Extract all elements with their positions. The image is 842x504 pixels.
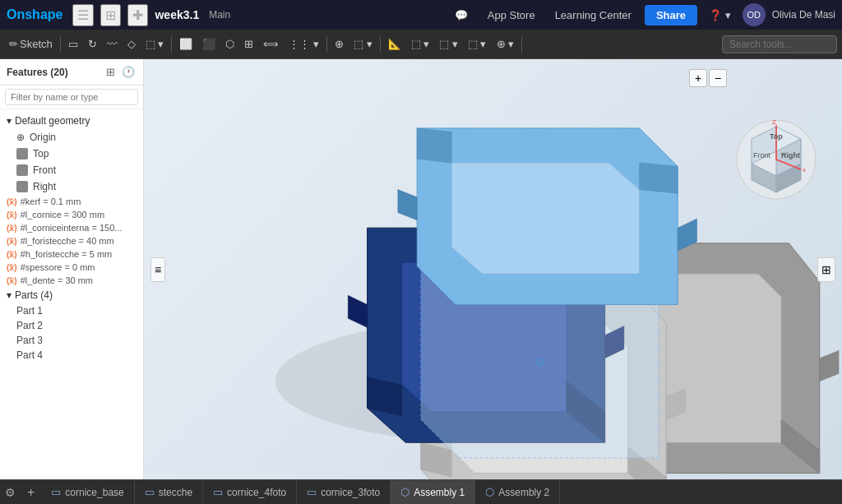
right-plane-icon [16, 181, 28, 192]
app-store-button[interactable]: App Store [481, 6, 542, 25]
view-button[interactable]: ⬚ ▾ [464, 35, 491, 53]
param-spessore[interactable]: (x̄) #spessore = 0 mm [0, 261, 143, 274]
svg-text:Right: Right [781, 151, 800, 160]
parts-label: Parts (4) [15, 289, 53, 301]
feature-tree-sidebar: Features (20) ⊞ 🕐 ▾ Default geometry ⊕ O… [0, 59, 144, 479]
tool-group2[interactable]: ⬚ ▾ [349, 35, 377, 53]
param-foristecche[interactable]: (x̄) #l_foristecche = 40 mm [0, 234, 143, 247]
tab-cornice-3foto[interactable]: ▭ cornice_3foto [297, 480, 391, 504]
tab-assembly-2[interactable]: ⬡ Assembly 2 [475, 480, 560, 504]
extrude-button[interactable]: ▭ [64, 35, 82, 53]
help-button[interactable]: ❓ ▾ [704, 6, 736, 25]
tool5[interactable]: ⬚ ▾ [141, 35, 169, 53]
parts-header[interactable]: ▾ Parts (4) [0, 287, 143, 303]
search-tools-input[interactable] [722, 35, 837, 53]
measure-button[interactable]: 📐 [384, 35, 405, 53]
plane-button[interactable]: ⬚ ▾ [407, 35, 434, 53]
param-icon-6: (x̄) [7, 263, 17, 272]
learning-center-button[interactable]: Learning Center [548, 6, 638, 25]
parts-chevron-icon: ▾ [7, 289, 12, 301]
tab-stecche[interactable]: ▭ stecche [135, 480, 203, 504]
tab-assembly-1-icon: ⬡ [400, 486, 409, 498]
add-tab-button[interactable]: + [21, 485, 41, 500]
pattern-button[interactable]: ⋮⋮ ▾ [285, 35, 323, 53]
toolbar-separator-2 [171, 36, 172, 53]
avatar[interactable]: OD [743, 3, 766, 26]
default-geometry-section: ▾ Default geometry ⊕ Origin Top Front [0, 113, 143, 195]
sketch-icon: ✏ [9, 38, 18, 50]
part-3-item[interactable]: Part 3 [0, 333, 143, 348]
param-dente[interactable]: (x̄) #l_dente = 30 mm [0, 274, 143, 287]
loft-button[interactable]: ◇ [123, 35, 140, 53]
part-1-item[interactable]: Part 1 [0, 303, 143, 318]
tab-cornice-4foto-icon: ▭ [213, 486, 223, 498]
sidebar-view-toggle[interactable]: ⊞ [104, 64, 117, 80]
param-icon-3: (x̄) [7, 224, 17, 233]
right-plane-item[interactable]: Right [0, 178, 143, 195]
origin-item[interactable]: ⊕ Origin [0, 129, 143, 146]
part-2-item[interactable]: Part 2 [0, 318, 143, 333]
toolbar-separator-5 [521, 36, 522, 53]
message-button[interactable]: 💬 [448, 6, 474, 25]
left-panel-toggle[interactable]: ≡ [150, 257, 165, 282]
default-geometry-label: Default geometry [15, 115, 90, 127]
chevron-down-icon: ▾ [7, 115, 12, 127]
tab-cornice-3foto-icon: ▭ [307, 486, 317, 498]
parts-section: ▾ Parts (4) Part 1 Part 2 Part 3 Part 4 [0, 287, 143, 363]
hamburger-menu[interactable]: ☰ [72, 4, 94, 26]
sweep-button[interactable]: 〰 [103, 35, 122, 53]
zoom-out-button[interactable]: − [709, 69, 727, 87]
3d-viewport[interactable]: Z x Top Right Front ≡ ⊞ + − [144, 59, 842, 479]
mirror-button[interactable]: ⟺ [259, 35, 283, 53]
param-cornice[interactable]: (x̄) #l_cornice = 300 mm [0, 208, 143, 221]
sidebar-clock-btn[interactable]: 🕐 [120, 64, 136, 80]
draft-button[interactable]: ⊞ [240, 35, 257, 53]
tab-settings-button[interactable]: ⚙ [0, 486, 21, 499]
fillet-button[interactable]: ⬜ [175, 35, 197, 53]
tab-assembly-1-label: Assembly 1 [414, 487, 465, 498]
top-plane-item[interactable]: Top [0, 146, 143, 162]
sidebar-header: Features (20) ⊞ 🕐 [0, 59, 143, 86]
tab-assembly-2-icon: ⬡ [485, 486, 494, 498]
top-navigation: Onshape ☰ ⊞ ✚ week3.1 Main 💬 App Store L… [0, 0, 842, 30]
tab-cornice-3foto-label: cornice_3foto [321, 487, 380, 498]
share-button[interactable]: Share [645, 5, 697, 25]
default-geometry-header[interactable]: ▾ Default geometry [0, 113, 143, 129]
grid-menu[interactable]: ⊞ [100, 4, 121, 26]
param-dente-label: #l_dente = 30 mm [21, 275, 93, 285]
front-plane-icon [16, 164, 28, 176]
main-area: Features (20) ⊞ 🕐 ▾ Default geometry ⊕ O… [0, 59, 842, 479]
sketch-button[interactable]: ✏ Sketch [5, 35, 57, 53]
params-section: (x̄) #kerf = 0.1 mm (x̄) #l_cornice = 30… [0, 195, 143, 287]
param-icon-5: (x̄) [7, 250, 17, 259]
svg-text:x: x [803, 166, 806, 173]
param-corniceinterna[interactable]: (x̄) #l_corniceinterna = 150... [0, 221, 143, 234]
revolve-button[interactable]: ↻ [84, 35, 101, 53]
view-cube[interactable]: Z x Top Right Front [735, 118, 817, 201]
front-plane-item[interactable]: Front [0, 162, 143, 178]
front-plane-label: Front [33, 164, 56, 176]
chamfer-button[interactable]: ⬛ [198, 35, 220, 53]
param-hforistecche[interactable]: (x̄) #h_foristecche = 5 mm [0, 247, 143, 261]
param-foristecche-label: #l_foristecche = 40 mm [21, 236, 114, 246]
add-feature[interactable]: ✚ [127, 4, 148, 26]
param-corniceinterna-label: #l_corniceinterna = 150... [21, 223, 123, 233]
zoom-btn[interactable]: ⊕ ▾ [493, 35, 519, 53]
tab-cornice-base[interactable]: ▭ cornice_base [41, 480, 134, 504]
mate-button[interactable]: ⬚ ▾ [435, 35, 462, 53]
param-cornice-label: #l_cornice = 300 mm [21, 210, 104, 220]
param-hforistecche-label: #h_foristecche = 5 mm [21, 249, 113, 259]
boolean-button[interactable]: ⊕ [331, 35, 348, 53]
shell-button[interactable]: ⬡ [221, 35, 238, 53]
zoom-in-button[interactable]: + [689, 69, 707, 87]
toolbar: ✏ Sketch ▭ ↻ 〰 ◇ ⬚ ▾ ⬜ ⬛ ⬡ ⊞ ⟺ ⋮⋮ ▾ ⊕ ⬚ … [0, 30, 842, 59]
param-kerf[interactable]: (x̄) #kerf = 0.1 mm [0, 195, 143, 208]
tab-assembly-1[interactable]: ⬡ Assembly 1 [391, 480, 475, 504]
part-4-item[interactable]: Part 4 [0, 348, 143, 363]
right-panel-toggle[interactable]: ⊞ [817, 257, 835, 282]
svg-text:Front: Front [753, 151, 771, 160]
user-name[interactable]: Olivia De Masi [772, 9, 835, 21]
filter-input[interactable] [5, 89, 138, 105]
tab-cornice-4foto[interactable]: ▭ cornice_4foto [203, 480, 297, 504]
tab-cornice-4foto-label: cornice_4foto [227, 487, 286, 498]
